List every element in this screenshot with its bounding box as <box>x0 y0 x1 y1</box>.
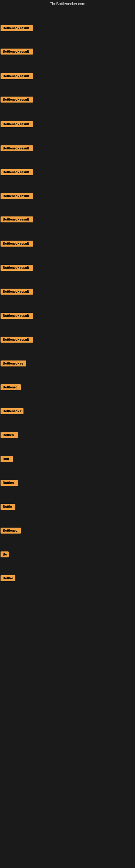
bottleneck-badge[interactable]: Bottleneck result <box>1 265 33 271</box>
bottleneck-badge[interactable]: Bottleneck result <box>1 193 33 199</box>
bottleneck-badge[interactable]: Bottleneck result <box>1 169 33 175</box>
items-container: Bottleneck resultBottleneck resultBottle… <box>0 8 135 868</box>
bottleneck-badge[interactable]: Bottleneck result <box>1 313 33 319</box>
bottleneck-item: Bottlen <box>1 478 18 489</box>
bottleneck-badge[interactable]: Bottleneck result <box>1 49 33 55</box>
bottleneck-badge[interactable]: Bottle <box>1 504 15 510</box>
bottleneck-item: Bottlenec <box>1 382 21 394</box>
bottleneck-badge[interactable]: Bottleneck result <box>1 73 33 79</box>
bottleneck-item: Bottleneck result <box>1 23 33 34</box>
bottleneck-badge[interactable]: Bottleneck result <box>1 25 33 31</box>
bottleneck-item: Bottleneck result <box>1 311 33 322</box>
bottleneck-badge[interactable]: Bottleneck result <box>1 289 33 294</box>
bottleneck-item: Bottlen <box>1 430 18 441</box>
bottleneck-item: Bottleneck result <box>1 191 33 203</box>
bottleneck-badge[interactable]: Bottlen <box>1 432 18 438</box>
bottleneck-badge[interactable]: Bo <box>1 552 9 557</box>
bottleneck-item: Bottleneck result <box>1 167 33 179</box>
bottleneck-item: Bottleneck result <box>1 239 33 250</box>
bottleneck-badge[interactable]: Bottleneck result <box>1 145 33 151</box>
bottleneck-badge[interactable]: Bottleneck result <box>1 337 33 343</box>
bottleneck-badge[interactable]: Bottleneck r <box>1 408 24 414</box>
bottleneck-item: Bottleneck result <box>1 214 33 226</box>
bottleneck-item: Bottleneck r <box>1 406 24 417</box>
bottleneck-item: Bottlenec <box>1 525 21 537</box>
bottleneck-item: Bottler <box>1 573 15 585</box>
bottleneck-item: Bottleneck result <box>1 71 33 83</box>
bottleneck-item: Bottleneck result <box>1 286 33 298</box>
bottleneck-item: Bottleneck result <box>1 94 33 106</box>
bottleneck-badge[interactable]: Bottlen <box>1 480 18 486</box>
site-title: TheBottlenecker.com <box>0 0 135 8</box>
bottleneck-item: Bottleneck re <box>1 358 26 370</box>
bottleneck-item: Bottleneck result <box>1 46 33 58</box>
bottleneck-badge[interactable]: Bottler <box>1 575 15 581</box>
bottleneck-badge[interactable]: Bottleneck re <box>1 361 26 367</box>
bottleneck-badge[interactable]: Bott <box>1 456 13 462</box>
bottleneck-badge[interactable]: Bottlenec <box>1 528 21 533</box>
bottleneck-item: Bottleneck result <box>1 143 33 155</box>
bottleneck-item: Bottle <box>1 501 15 513</box>
bottleneck-item: Bottleneck result <box>1 119 33 130</box>
bottleneck-badge[interactable]: Bottleneck result <box>1 241 33 247</box>
bottleneck-item: Bottleneck result <box>1 262 33 274</box>
bottleneck-item: Bott <box>1 454 13 465</box>
bottleneck-badge[interactable]: Bottleneck result <box>1 121 33 127</box>
bottleneck-badge[interactable]: Bottlenec <box>1 384 21 390</box>
bottleneck-item: Bo <box>1 549 9 561</box>
bottleneck-item: Bottleneck result <box>1 335 33 346</box>
bottleneck-badge[interactable]: Bottleneck result <box>1 97 33 102</box>
bottleneck-badge[interactable]: Bottleneck result <box>1 216 33 222</box>
